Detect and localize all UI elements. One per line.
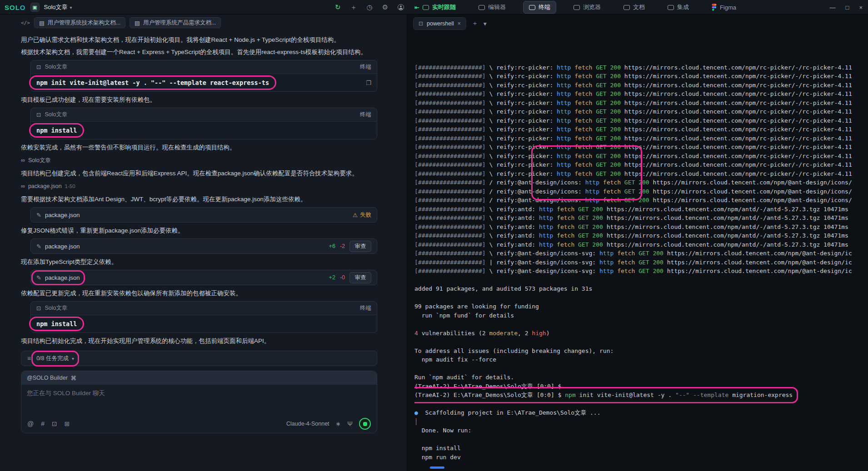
copy-icon[interactable]: ❐ <box>366 79 371 86</box>
terminal-line: [##################] \ reify:rc-picker: … <box>414 99 865 108</box>
grid-icon[interactable]: ⊞ <box>65 420 70 427</box>
hash-icon[interactable]: # <box>41 420 45 427</box>
deletions-count: -0 <box>340 274 345 281</box>
file-name: package.json <box>45 212 80 218</box>
close-button[interactable]: × <box>859 4 863 11</box>
chevron-down-icon: ▾ <box>70 5 72 10</box>
chat-message: 项目结构已初始化完成，现在开始实现用户管理系统的核心功能，包括前端页面和后端AP… <box>21 337 377 345</box>
chat-message: 现在添加TypeScript类型定义依赖。 <box>21 258 377 266</box>
account-icon[interactable] <box>398 4 404 10</box>
terminal-line: [##################] \ reify:rc-picker: … <box>414 160 865 169</box>
document-icon: ▤ <box>39 20 45 26</box>
minimize-button[interactable]: — <box>830 4 836 11</box>
terminal-scrollbar[interactable] <box>430 466 444 469</box>
window-controls: — □ × <box>830 0 863 15</box>
topbar-tab-follow[interactable]: ⇤ 实时跟随 <box>409 1 461 13</box>
terminal-line: [##################] \ reify:rc-picker: … <box>414 89 865 99</box>
diff-card-1[interactable]: ✎ package.json +6 -2 审查 <box>30 238 377 254</box>
agent-chip[interactable]: @SOLO Builder <box>27 375 68 381</box>
terminal-line: [##################] / reify:@ant-design… <box>414 196 865 205</box>
terminal-line <box>414 320 865 329</box>
terminal-line: [##################] \ reify:@ant-design… <box>414 267 865 276</box>
mention-icon[interactable]: @ <box>27 420 34 427</box>
workspace-label: Solo文章 <box>44 3 68 11</box>
integrations-icon <box>668 5 674 10</box>
open-terminal-button[interactable]: 终端 <box>360 63 371 71</box>
terminal-line: 99 packages are looking for funding <box>414 302 865 311</box>
doc-tabbar: </> ▤ 用户管理系统技术架构文档... ▤ 用户管理系统产品需求文档... <box>0 15 407 31</box>
image-icon[interactable]: ⊡ <box>52 420 57 427</box>
file-link-label: package.json <box>28 183 62 189</box>
topbar-tab-figma[interactable]: Figma <box>706 2 742 13</box>
terminal-box-icon: ⊡ <box>36 111 41 118</box>
topbar-tab-integrations[interactable]: 集成 <box>662 1 694 13</box>
chat-transcript: 用户已确认需求文档和技术架构文档，现在开始初始化项目。我将创建React + N… <box>0 31 407 471</box>
tab-label: 集成 <box>677 3 689 11</box>
terminal-tab-powershell[interactable]: ⊡ powershell × <box>413 17 466 30</box>
terminal-dropdown-icon[interactable]: ▾ <box>484 20 487 27</box>
terminal-line: run `npm fund` for details <box>414 311 865 320</box>
add-icon[interactable]: ＋ <box>350 3 357 12</box>
card-source-label: Solo文章 <box>45 111 67 119</box>
card-source-label: Solo文章 <box>45 304 67 312</box>
file-line-range: 1-50 <box>65 183 75 189</box>
terminal-line: │ <box>414 417 865 426</box>
settings-gear-icon[interactable]: ⚙ <box>382 3 388 11</box>
model-selector[interactable]: Claude-4-Sonnet <box>286 421 329 427</box>
file-card-failed[interactable]: ✎ package.json ⚠ 失败 <box>30 207 377 223</box>
solo-logo: SOLO <box>5 4 26 11</box>
terminal-box-icon: ⊡ <box>419 20 423 27</box>
mic-icon[interactable]: Ψ <box>347 420 353 427</box>
link-icon: ∞ <box>21 157 25 164</box>
command-text: npm install <box>36 127 77 134</box>
doc-tab-requirements[interactable]: ▤ 用户管理系统产品需求文档... <box>130 17 221 28</box>
terminal-output[interactable]: ○ [##################] \ reify:rc-picker… <box>414 36 865 466</box>
terminal-tabbar: ⊡ powershell × ＋ ▾ <box>408 15 868 33</box>
terminal-line: npm audit fix --force <box>414 355 865 364</box>
review-button[interactable]: 审查 <box>349 272 371 283</box>
additions-count: +2 <box>329 274 335 281</box>
diff-card-2[interactable]: ✎ package.json +2 -0 审查 <box>30 270 377 285</box>
warning-icon: ⚠ <box>353 212 358 218</box>
close-tab-icon[interactable]: × <box>458 20 461 27</box>
file-link-package-json[interactable]: ∞ package.json 1-50 <box>21 182 377 191</box>
terminal-line: 4 vulnerabilities (2 moderate, 2 high) <box>414 329 865 338</box>
doc-tab-architecture[interactable]: ▤ 用户管理系统技术架构文档... <box>34 17 125 28</box>
sparkle-icon[interactable]: ∗ <box>336 420 341 427</box>
chat-message: 项目结构已创建完成，包含前端React应用和后端Express API。现在检查… <box>21 169 377 178</box>
workspace-selector[interactable]: Solo文章 ▾ <box>44 3 72 11</box>
terminal-line: (TraeAI-2) E:\ATrae_Demos\Solo文章 [0:0] $ <box>414 382 865 391</box>
chat-input[interactable] <box>21 385 377 415</box>
topbar-tab-editor[interactable]: 编辑器 <box>473 1 511 13</box>
send-dot-icon <box>363 422 367 426</box>
file-link-solo[interactable]: ∞ Solo文章 <box>21 156 377 165</box>
doc-tab-label: 用户管理系统技术架构文档... <box>48 19 120 27</box>
terminal-line: [##################] \ reify:rc-picker: … <box>414 152 865 161</box>
command-key-icon: ⌘ <box>71 375 77 382</box>
send-button[interactable] <box>359 418 371 430</box>
review-button[interactable]: 审查 <box>349 241 371 252</box>
new-terminal-button[interactable]: ＋ <box>472 20 478 28</box>
chat-message: 根据技术架构文档，我需要创建一个React + Express + TypeSc… <box>21 48 377 56</box>
solo-app-icon[interactable]: ▣ <box>30 3 40 12</box>
terminal-line: [##################] \ reify:antd: http … <box>414 213 865 223</box>
terminal-panel: ⊡ powershell × ＋ ▾ ○ [##################… <box>408 15 868 471</box>
open-terminal-button[interactable]: 终端 <box>360 304 371 312</box>
edit-icon: ✎ <box>36 243 41 250</box>
chevron-down-icon: ▾ <box>72 356 74 361</box>
topbar-tab-browser[interactable]: 浏览器 <box>568 1 606 13</box>
terminal-line: To address all issues (including breakin… <box>414 347 865 356</box>
maximize-button[interactable]: □ <box>846 4 849 11</box>
view-tabbar: ⇤ 实时跟随 编辑器 终端 浏览器 文档 集成 <box>409 0 742 15</box>
topbar-tab-docs[interactable]: 文档 <box>618 1 650 13</box>
open-terminal-button[interactable]: 终端 <box>360 111 371 119</box>
sync-icon[interactable]: ↻ <box>335 3 341 11</box>
history-icon[interactable]: ◷ <box>367 3 373 11</box>
topbar-tab-terminal[interactable]: 终端 <box>523 1 556 14</box>
terminal-line <box>414 293 865 302</box>
file-name: package.json <box>45 243 80 250</box>
tasks-progress-label: 0/8 任务完成 <box>36 355 69 362</box>
document-icon <box>624 5 630 10</box>
terminal-line: [##################] \ reify:rc-picker: … <box>414 107 865 116</box>
tasks-bar[interactable]: ≡ 0/8 任务完成 ▾ <box>21 351 377 366</box>
